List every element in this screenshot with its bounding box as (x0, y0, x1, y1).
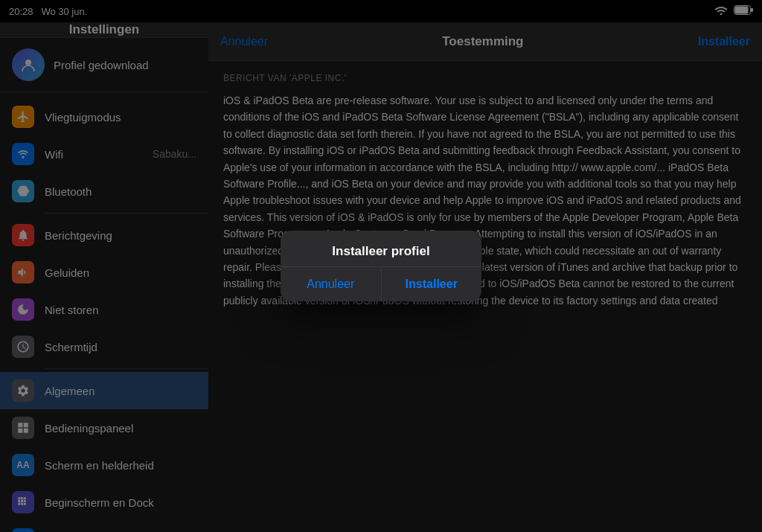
alert-dialog: Installeer profiel Annuleer Installeer (281, 231, 481, 301)
modal-overlay: Installeer profiel Annuleer Installeer (0, 0, 762, 532)
alert-cancel-button[interactable]: Annuleer (281, 267, 382, 301)
alert-title: Installeer profiel (281, 231, 481, 266)
alert-install-button[interactable]: Installeer (382, 267, 482, 301)
alert-buttons: Annuleer Installeer (281, 266, 481, 301)
